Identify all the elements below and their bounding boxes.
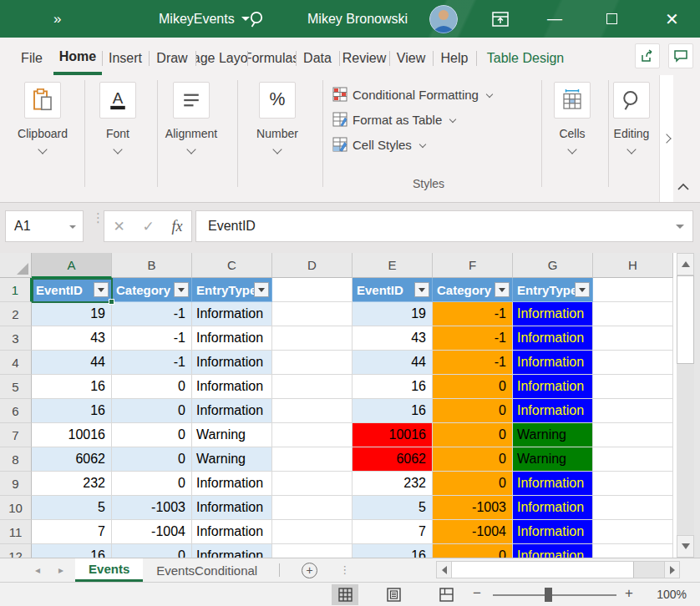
close-button[interactable]: ✕	[665, 0, 679, 38]
row-number[interactable]: 4	[0, 351, 32, 375]
cell-empty-d[interactable]	[272, 520, 353, 544]
row-number[interactable]: 3	[0, 326, 32, 351]
cell-category-right[interactable]: 0	[433, 472, 513, 496]
cell-entry-type-left[interactable]: Information	[192, 544, 272, 558]
cell-category-right[interactable]: -1	[433, 351, 513, 375]
cell-event-id-left[interactable]: 43	[32, 326, 112, 351]
row-number[interactable]: 2	[0, 302, 32, 326]
cell-empty-h[interactable]	[593, 544, 673, 558]
cell-category-right[interactable]: 0	[433, 423, 513, 447]
insert-function-icon[interactable]: fx	[172, 218, 183, 235]
cell-category-right[interactable]: -1003	[433, 496, 513, 520]
sheet-tab-events[interactable]: Events	[75, 558, 143, 582]
cell-empty-h[interactable]	[593, 520, 673, 544]
tab-formulas[interactable]: Formulas	[247, 41, 296, 75]
cell-entry-type-left[interactable]: Information	[192, 496, 272, 520]
chevron-down-icon[interactable]	[113, 144, 122, 154]
cell-entry-type-right[interactable]: Information	[513, 520, 593, 544]
column-header-g[interactable]: G	[513, 253, 593, 278]
filter-dropdown-button[interactable]	[575, 282, 590, 297]
cell-entry-type-right[interactable]: Information	[513, 351, 593, 375]
cell-entry-type-left[interactable]: Information	[192, 472, 272, 496]
collapse-ribbon-button[interactable]	[677, 180, 690, 195]
cell-event-id-left[interactable]: 5	[32, 496, 112, 520]
cell-entry-type-left[interactable]: Information	[192, 375, 272, 399]
cell-entry-type-right[interactable]: Information	[513, 472, 593, 496]
formula-bar-grip[interactable]: ⋮	[92, 214, 104, 221]
scroll-down-button[interactable]	[677, 535, 694, 558]
cell-empty-h[interactable]	[593, 472, 673, 496]
tab-review[interactable]: Review	[339, 41, 389, 75]
zoom-slider-track[interactable]	[493, 594, 616, 596]
cell-empty-h[interactable]	[593, 423, 673, 447]
column-header-f[interactable]: F	[433, 253, 513, 278]
clipboard-button[interactable]	[24, 82, 61, 119]
cell-entry-type-left[interactable]: Information	[192, 520, 272, 544]
cell-event-id-right[interactable]: 7	[353, 520, 433, 544]
cell-event-id-right[interactable]: 16	[353, 399, 433, 423]
number-button[interactable]: %	[259, 82, 296, 119]
cell-empty-h[interactable]	[593, 399, 673, 423]
conditional-formatting-button[interactable]: Conditional Formatting	[332, 82, 533, 107]
cell-empty-d[interactable]	[272, 423, 353, 447]
row-number[interactable]: 7	[0, 423, 32, 447]
alignment-button[interactable]	[173, 82, 210, 119]
cell-event-id-left[interactable]: 44	[32, 351, 112, 375]
ribbon-scroll-right-button[interactable]	[659, 75, 673, 202]
editing-group[interactable]: Editing	[603, 82, 660, 154]
cell-category-left[interactable]: -1004	[112, 520, 192, 544]
cell-empty-d[interactable]	[272, 447, 353, 472]
cell-event-id-left[interactable]: 16	[32, 399, 112, 423]
comments-button[interactable]	[668, 43, 693, 68]
cell-event-id-left[interactable]: 6062	[32, 447, 112, 472]
cell-category-right[interactable]: 0	[433, 375, 513, 399]
scroll-up-button[interactable]	[677, 253, 694, 275]
cell-event-id-left[interactable]: 19	[32, 302, 112, 326]
cell-empty-d[interactable]	[272, 496, 353, 520]
cell-entry-type-left[interactable]: Warning	[192, 423, 272, 447]
chevron-down-icon[interactable]	[186, 144, 195, 154]
cell-empty-d[interactable]	[272, 399, 353, 423]
previous-sheet-button[interactable]: ◂	[35, 564, 40, 576]
avatar[interactable]	[429, 0, 458, 38]
page-layout-view-button[interactable]	[380, 584, 407, 605]
zoom-in-button[interactable]: +	[625, 585, 633, 602]
cell-empty-d[interactable]	[272, 302, 353, 326]
zoom-out-button[interactable]: −	[473, 585, 481, 602]
number-group[interactable]: % Number	[241, 82, 313, 154]
row-number[interactable]: 1	[0, 278, 32, 302]
cell-category-right[interactable]: 0	[433, 447, 513, 472]
cell-category-right[interactable]: 0	[433, 544, 513, 558]
cell-event-id-right[interactable]: 10016	[353, 423, 433, 447]
sheet-tab-eventsconditional[interactable]: EventsConditional	[143, 558, 271, 582]
alignment-group[interactable]: Alignment	[155, 82, 227, 154]
cell-category-left[interactable]: 0	[112, 544, 192, 558]
enter-icon[interactable]: ✓	[142, 218, 154, 235]
cell-event-id-left[interactable]: 16	[32, 544, 112, 558]
sheetbar-grip[interactable]: ⋮	[339, 567, 350, 573]
cell-category-left[interactable]: -1003	[112, 496, 192, 520]
cell-entry-type-left[interactable]: Warning	[192, 447, 272, 472]
filter-dropdown-button[interactable]	[495, 282, 510, 297]
cell-event-id-left[interactable]: 7	[32, 520, 112, 544]
cell-category-right[interactable]: -1	[433, 302, 513, 326]
cell-category-left[interactable]: 0	[112, 447, 192, 472]
cell-category-left[interactable]: -1	[112, 302, 192, 326]
normal-view-button[interactable]	[332, 584, 358, 605]
cell-category-right[interactable]: -1004	[433, 520, 513, 544]
tab-view[interactable]: View	[389, 41, 433, 75]
cell-event-id-right[interactable]: 44	[353, 351, 433, 375]
cell-g1-table-header[interactable]: EntryType	[513, 278, 593, 302]
cell-event-id-right[interactable]: 16	[353, 544, 433, 558]
column-header-e[interactable]: E	[353, 253, 433, 278]
tab-page-layout[interactable]: Page Layout	[195, 41, 247, 75]
cell-event-id-left[interactable]: 10016	[32, 423, 112, 447]
horizontal-scroll-thumb[interactable]	[452, 562, 634, 578]
cell-f1-table-header[interactable]: Category	[433, 278, 513, 302]
cell-e1-table-header[interactable]: EventID	[353, 278, 433, 302]
cell-event-id-right[interactable]: 6062	[353, 447, 433, 472]
cell-event-id-right[interactable]: 232	[353, 472, 433, 496]
chevron-down-icon[interactable]	[567, 144, 576, 154]
cell-h1[interactable]	[593, 278, 673, 302]
cell-event-id-right[interactable]: 19	[353, 302, 433, 326]
